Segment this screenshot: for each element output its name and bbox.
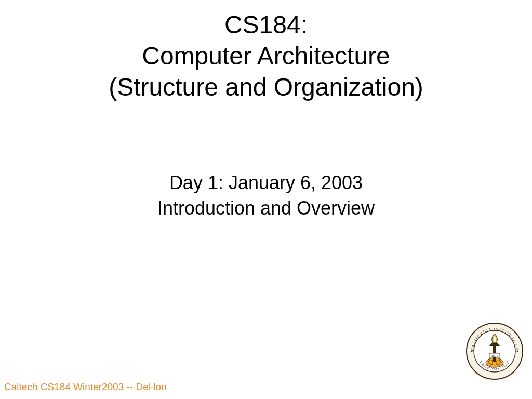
seal-year: 1891 <box>491 354 498 357</box>
subtitle-line-2: Introduction and Overview <box>0 196 532 221</box>
slide: CS184: Computer Architecture (Structure … <box>0 0 532 399</box>
svg-point-7 <box>471 351 473 352</box>
caltech-seal-icon: CALIFORNIA INSTITUTE OF TECHNOLOGY 1891 <box>466 322 524 380</box>
subtitle-line-1: Day 1: January 6, 2003 <box>0 170 532 196</box>
footer-text: Caltech CS184 Winter2003 -- DeHon <box>4 381 167 393</box>
title-line-3: (Structure and Organization) <box>0 72 532 103</box>
slide-title: CS184: Computer Architecture (Structure … <box>0 0 532 103</box>
svg-point-8 <box>517 351 518 352</box>
title-line-2: Computer Architecture <box>0 41 532 72</box>
title-line-1: CS184: <box>0 9 532 41</box>
slide-subtitle: Day 1: January 6, 2003 Introduction and … <box>0 170 532 221</box>
